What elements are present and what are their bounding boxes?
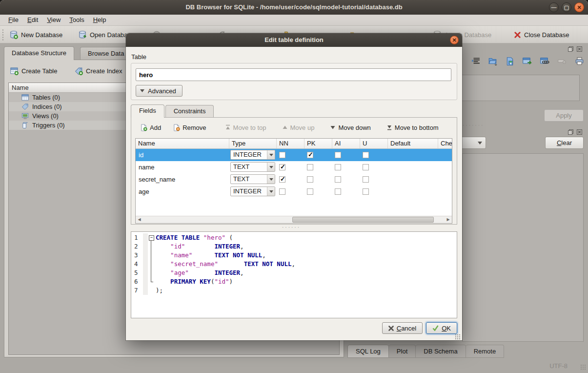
open-in-window-icon[interactable] [522,57,532,65]
default-cell[interactable] [388,173,438,186]
maximize-icon[interactable]: ▢ [562,2,571,12]
column-header-type[interactable]: Type [229,139,277,148]
dialog-resize-grip[interactable] [455,334,461,340]
type-dropdown[interactable]: TEXT [230,174,275,184]
pk-checkbox[interactable] [307,152,313,158]
bottom-tab-sql-log[interactable]: SQL Log [347,345,389,358]
toolbar-drag-handle[interactable] [2,29,4,41]
fold-marker-icon[interactable] [148,233,155,242]
minimize-icon[interactable]: — [549,2,559,12]
column-header-pk[interactable]: PK [304,139,332,148]
type-dropdown[interactable]: INTEGER [230,186,275,196]
type-dropdown[interactable]: INTEGER [230,150,275,160]
bottom-tab-db-schema[interactable]: DB Schema [416,345,466,358]
ai-checkbox[interactable] [335,164,341,170]
log-dock-float-icon[interactable] [568,129,574,135]
menu-file[interactable]: File [4,15,23,26]
menu-edit[interactable]: Edit [23,15,42,26]
dialog-tab-fields[interactable]: Fields [131,104,164,118]
remove-field-button[interactable]: Remove [169,121,210,134]
default-cell[interactable] [388,149,438,161]
u-checkbox[interactable] [363,164,369,170]
dock-close-icon[interactable] [576,46,583,52]
field-name-cell[interactable]: age [136,186,229,198]
scrollbar-handle[interactable] [292,217,434,223]
ai-checkbox[interactable] [335,152,341,158]
column-header-default[interactable]: Default [388,139,438,148]
ai-checkbox[interactable] [335,176,341,183]
check-cell[interactable] [438,149,452,161]
move-to-bottom-button[interactable]: Move to bottom [383,121,443,134]
window-resize-grip[interactable] [580,364,586,370]
field-name-cell[interactable]: secret_name [136,173,229,186]
check-cell[interactable] [438,173,452,186]
table-name-input[interactable] [136,68,451,81]
dialog-close-icon[interactable]: ✕ [450,36,459,44]
log-dock-close-icon[interactable] [576,129,583,135]
type-dropdown[interactable]: TEXT [230,162,275,172]
text-mode-icon[interactable] [471,57,480,65]
nn-checkbox[interactable] [279,176,285,183]
create-index-button[interactable]: Create Index [73,65,124,77]
field-name-cell[interactable]: id [136,149,229,161]
nn-checkbox[interactable] [279,188,285,195]
link-window-icon[interactable] [540,57,549,65]
column-header-name[interactable]: Name [136,139,229,148]
column-header-check[interactable]: Check [438,139,452,148]
check-cell[interactable] [438,161,452,173]
horizontal-scrollbar[interactable]: ◀ ▶ [136,216,452,223]
u-checkbox[interactable] [363,188,369,195]
pk-checkbox[interactable] [307,164,313,170]
dialog-splitter[interactable]: ······ [282,225,301,230]
nn-checkbox[interactable] [279,164,285,170]
column-header-u[interactable]: U [360,139,388,148]
default-cell[interactable] [388,186,438,198]
apply-button[interactable]: Apply [544,109,584,122]
create-table-button[interactable]: Create Table [8,65,59,77]
move-up-button[interactable]: Move up [278,121,319,134]
check-cell[interactable] [438,186,452,198]
tab-browse-data[interactable]: Browse Data [80,47,132,60]
dock-splitter[interactable]: ······· [463,123,484,128]
close-icon[interactable]: ✕ [574,2,584,12]
field-row-name[interactable]: nameTEXT [136,161,452,173]
u-checkbox[interactable] [363,152,369,158]
tab-database-structure[interactable]: Database Structure [4,46,74,60]
menu-help[interactable]: Help [89,15,111,26]
default-cell[interactable] [388,161,438,173]
pk-checkbox[interactable] [307,188,313,195]
dialog-titlebar[interactable]: Edit table definition ✕ [126,33,462,47]
scroll-left-icon[interactable]: ◀ [136,216,143,223]
cancel-button[interactable]: Cancel [382,322,423,334]
new-database-button[interactable]: New Database [6,28,66,41]
window-titlebar[interactable]: DB Browser for SQLite - /home/user/code/… [0,0,588,15]
export-icon[interactable] [506,57,514,65]
clear-button[interactable]: Clear [545,137,584,149]
close-database-button[interactable]: Close Database [510,28,573,41]
column-header-nn[interactable]: NN [277,139,304,148]
move-to-top-button[interactable]: Move to top [221,121,270,134]
cell-editor-area[interactable] [459,75,580,101]
print-icon[interactable] [575,57,584,65]
set-null-icon[interactable] [557,57,567,65]
scroll-right-icon[interactable]: ▶ [445,216,452,223]
field-row-age[interactable]: ageINTEGER [136,186,452,198]
menu-tools[interactable]: Tools [65,15,88,26]
menu-view[interactable]: View [42,15,65,26]
field-name-cell[interactable]: name [136,161,229,173]
pk-checkbox[interactable] [307,176,313,183]
ok-button[interactable]: OK [426,322,457,334]
ai-checkbox[interactable] [335,188,341,195]
u-checkbox[interactable] [363,176,369,183]
field-row-secret_name[interactable]: secret_nameTEXT [136,173,452,186]
nn-checkbox[interactable] [279,152,285,158]
column-header-ai[interactable]: AI [332,139,360,148]
move-down-button[interactable]: Move down [326,121,374,134]
sql-preview[interactable]: 1CREATE TABLE "hero" (2 "id" INTEGER,3 "… [131,231,457,318]
bottom-tab-remote[interactable]: Remote [466,345,505,358]
advanced-button[interactable]: Advanced [136,85,182,97]
bottom-tab-plot[interactable]: Plot [389,345,416,358]
dialog-tab-constraints[interactable]: Constraints [165,105,214,117]
dock-float-icon[interactable] [568,46,574,52]
add-field-button[interactable]: Add [136,121,165,134]
